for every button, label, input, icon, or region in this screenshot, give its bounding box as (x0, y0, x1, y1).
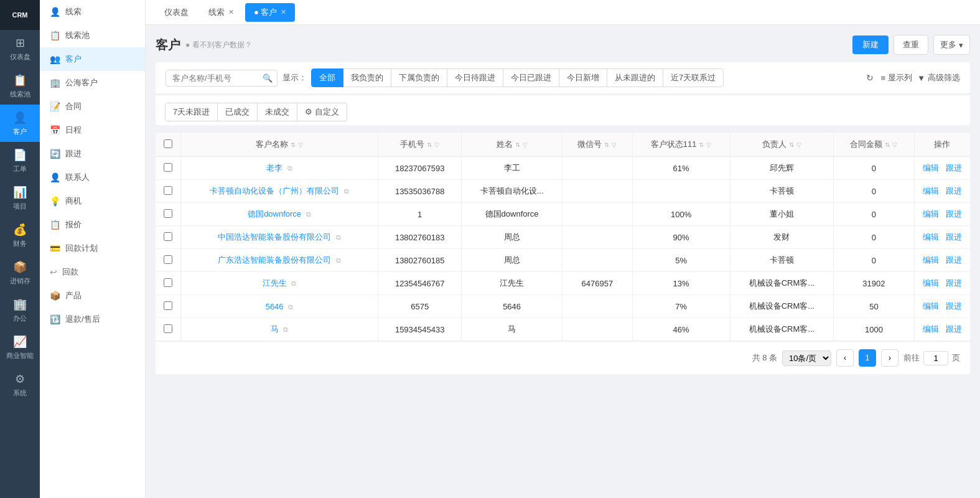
edit-action-3[interactable]: 编辑 (923, 232, 939, 242)
copy-icon-5[interactable]: ⧉ (291, 280, 296, 287)
nav-item-contracts[interactable]: 📝 合同 (40, 95, 145, 118)
th-amount-filter[interactable]: ▽ (892, 141, 897, 148)
follow-action-2[interactable]: 跟进 (946, 209, 962, 218)
row-cb-3[interactable] (164, 232, 172, 241)
th-contact-sort[interactable]: ⇅ (515, 141, 520, 148)
row-checkbox-7[interactable] (156, 318, 180, 341)
copy-icon-4[interactable]: ⧉ (336, 256, 341, 264)
page-jump-input[interactable] (923, 351, 948, 365)
nav-item-followup[interactable]: 🔄 跟进 (40, 142, 145, 166)
nav-item-opportunities[interactable]: 💡 商机 (40, 189, 145, 213)
sidebar-icon-projects[interactable]: 📊 项目 (0, 179, 40, 217)
follow-action-4[interactable]: 跟进 (946, 255, 962, 265)
th-wechat-sort[interactable]: ⇅ (604, 141, 609, 148)
follow-action-3[interactable]: 跟进 (946, 232, 962, 242)
refresh-button[interactable]: ↻ (864, 70, 876, 85)
row-checkbox-3[interactable] (156, 226, 180, 249)
tab-leads[interactable]: 线索 ✕ (200, 3, 243, 22)
row-cb-2[interactable] (164, 209, 172, 218)
tab-customers[interactable]: ● 客户 ✕ (245, 3, 295, 22)
sidebar-icon-bi[interactable]: 📈 商业智能 (0, 329, 40, 366)
follow-action-7[interactable]: 跟进 (946, 324, 962, 334)
nav-item-leadpool[interactable]: 📋 线索池 (40, 24, 145, 47)
copy-icon-1[interactable]: ⧉ (344, 187, 349, 195)
sidebar-icon-dashboard[interactable]: ⊞ 仪表盘 (0, 30, 40, 67)
tab-dashboard[interactable]: 仪表盘 (156, 3, 197, 22)
follow-action-6[interactable]: 跟进 (946, 301, 962, 311)
customer-name-link-5[interactable]: 江先生 (263, 278, 287, 288)
more-button[interactable]: 更多 ▾ (933, 35, 970, 55)
th-phone-filter[interactable]: ▽ (434, 141, 439, 148)
sidebar-icon-finance[interactable]: 💰 财务 (0, 217, 40, 254)
row-cb-5[interactable] (164, 278, 172, 287)
copy-icon-3[interactable]: ⧉ (336, 233, 341, 241)
display-cols-button[interactable]: ≡ 显示列 (881, 72, 913, 83)
tab-customers-close[interactable]: ✕ (281, 8, 286, 16)
customer-name-link-3[interactable]: 中国浩达智能装备股份有限公司 (218, 232, 331, 242)
customer-name-link-0[interactable]: 老李 (266, 163, 282, 172)
nav-item-quotes[interactable]: 📋 报价 (40, 213, 145, 237)
th-status-sort[interactable]: ⇅ (699, 141, 704, 148)
filter-tab-mine[interactable]: 我负责的 (343, 68, 391, 87)
advanced-filter-button[interactable]: ▼ 高级筛选 (917, 72, 960, 83)
row-cb-1[interactable] (164, 186, 172, 195)
nav-item-publiccustomers[interactable]: 🏢 公海客户 (40, 71, 145, 95)
follow-action-1[interactable]: 跟进 (946, 186, 962, 195)
filter-tab-no-follow-7[interactable]: 7天未跟进 (165, 103, 218, 121)
follow-action-5[interactable]: 跟进 (946, 278, 962, 288)
filter-tab-all[interactable]: 全部 (311, 68, 343, 87)
help-link[interactable]: ● 看不到客户数据？ (185, 40, 252, 50)
customer-name-link-7[interactable]: 马 (271, 324, 279, 334)
customer-name-link-2[interactable]: 德国downforce (248, 209, 301, 218)
nav-item-leads[interactable]: 👤 线索 (40, 0, 145, 24)
th-owner-sort[interactable]: ⇅ (789, 141, 794, 148)
row-cb-7[interactable] (164, 324, 172, 333)
th-owner-filter[interactable]: ▽ (796, 141, 801, 148)
copy-icon-2[interactable]: ⧉ (306, 210, 311, 218)
row-cb-6[interactable] (164, 301, 172, 310)
row-checkbox-5[interactable] (156, 272, 180, 295)
nav-item-refunds[interactable]: 🔃 退款/售后 (40, 308, 145, 331)
th-contact-filter[interactable]: ▽ (523, 141, 528, 148)
nav-item-products[interactable]: 📦 产品 (40, 284, 145, 308)
tab-leads-close[interactable]: ✕ (228, 8, 234, 16)
page-prev-button[interactable]: ‹ (836, 349, 854, 367)
customer-name-link-1[interactable]: 卡菩顿自动化设备（广州）有限公司 (210, 186, 339, 195)
edit-action-4[interactable]: 编辑 (923, 255, 939, 265)
follow-action-0[interactable]: 跟进 (946, 163, 962, 172)
filter-tab-never-followed[interactable]: 从未跟进的 (607, 68, 663, 87)
row-checkbox-4[interactable] (156, 249, 180, 272)
customer-name-link-6[interactable]: 5646 (266, 302, 284, 311)
filter-tab-today-new[interactable]: 今日新增 (559, 68, 607, 87)
edit-action-1[interactable]: 编辑 (923, 186, 939, 195)
sidebar-icon-office[interactable]: 🏢 办公 (0, 291, 40, 329)
copy-icon-7[interactable]: ⧉ (283, 326, 288, 333)
search-icon[interactable]: 🔍 (263, 73, 273, 83)
page-size-select[interactable]: 10条/页 20条/页 50条/页 (782, 350, 831, 366)
filter-tab-custom[interactable]: ⚙ 自定义 (297, 103, 347, 121)
select-all-checkbox[interactable] (164, 139, 172, 148)
edit-action-0[interactable]: 编辑 (923, 163, 939, 172)
row-cb-4[interactable] (164, 255, 172, 264)
row-cb-0[interactable] (164, 163, 172, 172)
sidebar-icon-customers[interactable]: 👤 客户 (0, 105, 40, 142)
nav-item-returns[interactable]: ↩ 回款 (40, 260, 145, 284)
th-wechat-filter[interactable]: ▽ (612, 141, 617, 148)
sidebar-icon-orders[interactable]: 📄 工单 (0, 142, 40, 179)
filter-tab-subordinate[interactable]: 下属负责的 (391, 68, 447, 87)
filter-tab-last7days[interactable]: 近7天联系过 (663, 68, 724, 87)
new-button[interactable]: 新建 (852, 35, 889, 54)
copy-icon-0[interactable]: ⧉ (287, 164, 292, 172)
th-amount-sort[interactable]: ⇅ (885, 141, 890, 148)
th-status-filter[interactable]: ▽ (706, 141, 711, 148)
nav-item-schedule[interactable]: 📅 日程 (40, 118, 145, 142)
filter-tab-not-closed[interactable]: 未成交 (257, 103, 297, 121)
reset-button[interactable]: 查重 (894, 35, 928, 55)
th-phone-sort[interactable]: ⇅ (427, 141, 432, 148)
edit-action-2[interactable]: 编辑 (923, 209, 939, 218)
th-name-sort[interactable]: ⇅ (291, 141, 296, 148)
nav-item-customers[interactable]: 👥 客户 (40, 47, 145, 71)
row-checkbox-6[interactable] (156, 295, 180, 318)
page-next-button[interactable]: › (881, 349, 898, 367)
filter-tab-today-pending[interactable]: 今日待跟进 (447, 68, 503, 87)
